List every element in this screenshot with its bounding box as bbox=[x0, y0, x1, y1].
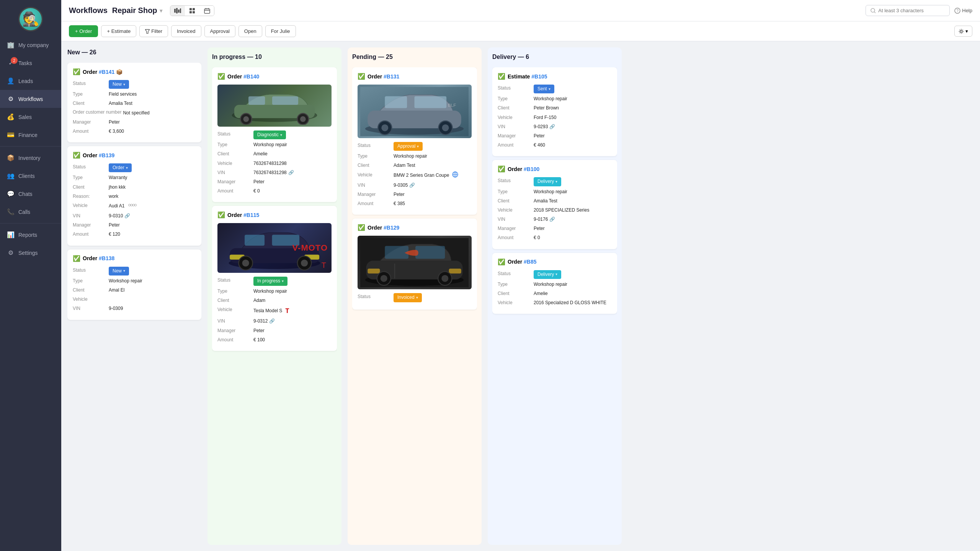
sidebar-item-calls[interactable]: 📞 Calls bbox=[0, 203, 61, 221]
client-label: Client bbox=[217, 297, 252, 304]
card-b100[interactable]: ✅ Order #B100 Status Delivery ▾ Type Wor… bbox=[492, 160, 617, 249]
card-b139-type-row: Type Warranty bbox=[73, 174, 196, 181]
avatar[interactable]: 🕵️ bbox=[18, 7, 43, 31]
card-b140-vehicle-row: Vehicle 7632674831298 bbox=[217, 160, 332, 167]
sidebar-item-chats[interactable]: 💬 Chats bbox=[0, 185, 61, 203]
status-badge[interactable]: Sent ▾ bbox=[534, 85, 554, 93]
status-badge[interactable]: In progress ▾ bbox=[253, 277, 287, 285]
status-badge[interactable]: Order ▾ bbox=[109, 163, 132, 172]
sidebar-item-label: Reports bbox=[18, 232, 37, 238]
main-area: Workflows Repair Shop ▾ ? Help + bbox=[61, 0, 980, 551]
view-grid-btn[interactable] bbox=[186, 6, 199, 16]
sidebar-item-settings[interactable]: ⚙ Settings bbox=[0, 244, 61, 262]
invoiced-filter-button[interactable]: Invoiced bbox=[171, 25, 201, 37]
svg-rect-6 bbox=[189, 11, 192, 13]
svg-point-20 bbox=[132, 204, 134, 206]
amount-label: Amount bbox=[498, 234, 532, 241]
card-b115-image: V-MOTO T bbox=[217, 223, 332, 273]
status-badge[interactable]: Delivery ▾ bbox=[534, 177, 561, 186]
card-b139[interactable]: ✅ Order #B139 Status Order ▾ Type Warran… bbox=[67, 146, 201, 246]
card-b141[interactable]: ✅ Order #B141 📦 Status New ▾ Type Field … bbox=[67, 63, 201, 142]
sidebar-item-label: Finance bbox=[18, 132, 38, 138]
card-b139-amount: € 120 bbox=[109, 231, 120, 238]
card-b129[interactable]: ✅ Order #B129 bbox=[352, 218, 477, 309]
help-button[interactable]: ? Help bbox=[954, 8, 972, 14]
card-b115[interactable]: ✅ Order #B115 bbox=[212, 206, 337, 351]
client-label: Client bbox=[73, 184, 107, 191]
svg-rect-4 bbox=[189, 8, 192, 10]
card-b140-amount-row: Amount € 0 bbox=[217, 187, 332, 195]
svg-rect-57 bbox=[385, 246, 409, 259]
card-b139-type: Warranty bbox=[109, 174, 127, 181]
sidebar-item-reports[interactable]: 📊 Reports bbox=[0, 226, 61, 244]
svg-point-21 bbox=[135, 204, 137, 206]
card-b129-status-row: Status Invoiced ▾ bbox=[358, 293, 472, 302]
manager-label: Manager bbox=[217, 178, 252, 186]
check-icon: ✅ bbox=[498, 258, 505, 266]
column-delivery-header: Delivery — 6 bbox=[492, 52, 617, 64]
estimate-btn-label: + Estimate bbox=[107, 28, 131, 34]
board-settings-button[interactable]: ▾ bbox=[954, 26, 972, 37]
card-b131[interactable]: ✅ Order #B131 bbox=[352, 67, 477, 215]
check-icon: ✅ bbox=[73, 152, 80, 159]
sidebar-item-workflows[interactable]: ⚙ Workflows bbox=[0, 90, 61, 108]
status-label: Status bbox=[217, 130, 252, 138]
approval-filter-button[interactable]: Approval bbox=[204, 25, 235, 37]
card-b138[interactable]: ✅ Order #B138 Status New ▾ Type Workshop… bbox=[67, 249, 201, 320]
view-calendar-btn[interactable] bbox=[200, 6, 214, 16]
status-badge[interactable]: Approval ▾ bbox=[394, 142, 423, 151]
svg-rect-8 bbox=[204, 9, 210, 13]
search-box[interactable] bbox=[866, 5, 950, 16]
filter-button[interactable]: Filter bbox=[139, 25, 168, 37]
card-b139-manager: Peter bbox=[109, 222, 120, 229]
svg-rect-25 bbox=[272, 96, 298, 104]
card-b105[interactable]: ✅ Estimate #B105 Status Sent ▾ Type Work… bbox=[492, 67, 617, 156]
card-b140-type-row: Type Workshop repair bbox=[217, 141, 332, 148]
card-b138-status-row: Status New ▾ bbox=[73, 267, 196, 276]
status-badge[interactable]: Delivery ▾ bbox=[534, 270, 561, 279]
sidebar-item-my-company[interactable]: 🏢 My company bbox=[0, 36, 61, 54]
client-label: Client bbox=[358, 162, 392, 169]
sidebar-item-label: Inventory bbox=[18, 155, 41, 161]
card-b140-vin-row: VIN 7632674831298 🔗 bbox=[217, 169, 332, 176]
sidebar-item-clients[interactable]: 👥 Clients bbox=[0, 167, 61, 185]
status-badge[interactable]: New ▾ bbox=[109, 80, 129, 89]
card-b105-amount: € 460 bbox=[534, 142, 545, 149]
sidebar-item-sales[interactable]: 💰 Sales bbox=[0, 108, 61, 126]
sidebar-item-inventory[interactable]: 📦 Inventory bbox=[0, 149, 61, 167]
type-label: Type bbox=[73, 277, 107, 285]
vehicle-label: Vehicle bbox=[217, 306, 252, 313]
card-b85[interactable]: ✅ Order #B85 Status Delivery ▾ Type Work… bbox=[492, 253, 617, 314]
status-badge[interactable]: Invoiced ▾ bbox=[394, 293, 422, 302]
amount-label: Amount bbox=[73, 231, 107, 238]
card-b115-amount: € 100 bbox=[253, 336, 265, 344]
gear-icon bbox=[959, 29, 964, 34]
amount-label: Amount bbox=[217, 187, 252, 195]
sidebar-item-label: Tasks bbox=[18, 60, 32, 66]
card-b115-label: Order #B115 bbox=[227, 212, 259, 218]
search-input[interactable] bbox=[878, 8, 939, 13]
svg-point-39 bbox=[301, 259, 308, 266]
card-b85-client: Amelie bbox=[534, 290, 548, 297]
card-b85-status-row: Status Delivery ▾ bbox=[498, 270, 612, 279]
status-badge[interactable]: New ▾ bbox=[109, 267, 129, 276]
for-julie-filter-button[interactable]: For Julie bbox=[265, 25, 296, 37]
view-bar-btn[interactable] bbox=[170, 6, 185, 16]
card-b138-vin: 9-0309 bbox=[109, 305, 123, 312]
status-badge[interactable]: Diagnostic ▾ bbox=[253, 130, 286, 139]
open-filter-button[interactable]: Open bbox=[238, 25, 262, 37]
sidebar-item-tasks[interactable]: ✓ Tasks 2 bbox=[0, 54, 61, 72]
card-b105-manager-row: Manager Peter bbox=[498, 132, 612, 140]
clients-icon: 👥 bbox=[7, 172, 15, 179]
card-b138-vehicle-row: Vehicle bbox=[73, 296, 196, 303]
sidebar-item-leads[interactable]: 👤 Leads bbox=[0, 72, 61, 90]
sidebar-item-finance[interactable]: 💳 Finance bbox=[0, 126, 61, 144]
card-b85-type: Workshop repair bbox=[534, 281, 567, 288]
new-estimate-button[interactable]: + Estimate bbox=[101, 25, 136, 37]
new-order-button[interactable]: + Order bbox=[69, 25, 98, 37]
card-b139-reason: work bbox=[109, 193, 118, 200]
card-b141-ordnum-row: Order customer number Not specified bbox=[73, 109, 196, 117]
car-image-svg: BLF bbox=[360, 86, 469, 137]
card-b140[interactable]: ✅ Order #B140 bbox=[212, 67, 337, 202]
search-icon bbox=[871, 8, 876, 13]
